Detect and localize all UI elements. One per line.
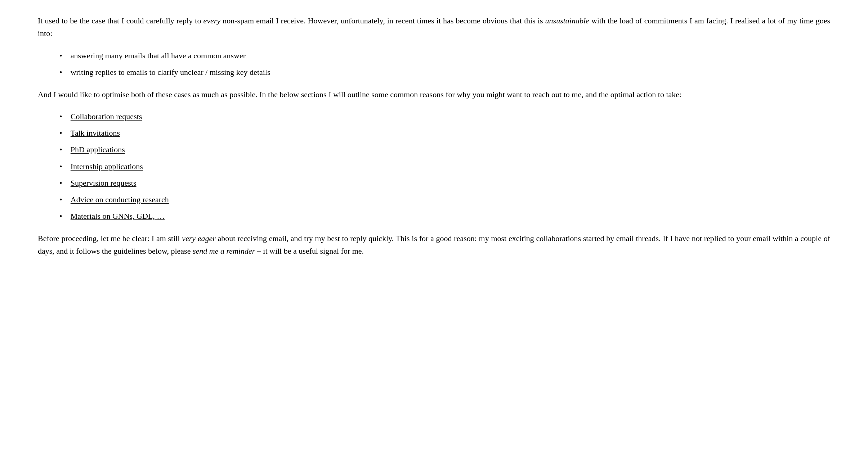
list-item: PhD applications bbox=[59, 143, 830, 156]
every-italic: every bbox=[203, 16, 221, 25]
materials-gnns-link[interactable]: Materials on GNNs, GDL, … bbox=[71, 212, 165, 221]
unsustainable-italic: unsustainable bbox=[545, 16, 589, 25]
internship-applications-link[interactable]: Internship applications bbox=[71, 162, 143, 171]
talk-invitations-link[interactable]: Talk invitations bbox=[71, 128, 120, 137]
supervision-requests-link[interactable]: Supervision requests bbox=[71, 178, 137, 187]
list-item: answering many emails that all have a co… bbox=[59, 49, 830, 62]
phd-applications-link[interactable]: PhD applications bbox=[71, 145, 125, 154]
main-content: It used to be the case that I could care… bbox=[38, 14, 830, 257]
collaboration-requests-link[interactable]: Collaboration requests bbox=[71, 112, 142, 121]
optimise-paragraph: And I would like to optimise both of the… bbox=[38, 88, 830, 101]
intro-text-before-every: It used to be the case that I could care… bbox=[38, 16, 203, 25]
list-item: Advice on conducting research bbox=[59, 193, 830, 206]
closing-after-send-me: – it will be a useful signal for me. bbox=[255, 246, 364, 255]
list-item: Materials on GNNs, GDL, … bbox=[59, 210, 830, 222]
send-me-reminder-italic: send me a reminder bbox=[193, 246, 255, 255]
closing-before-very-eager: Before proceeding, let me be clear: I am… bbox=[38, 234, 182, 243]
list-item: Internship applications bbox=[59, 160, 830, 173]
links-list: Collaboration requests Talk invitations … bbox=[59, 110, 830, 222]
advice-research-link[interactable]: Advice on conducting research bbox=[71, 195, 169, 204]
list-item: Collaboration requests bbox=[59, 110, 830, 123]
list-item: writing replies to emails to clarify unc… bbox=[59, 66, 830, 78]
list-item: Supervision requests bbox=[59, 177, 830, 189]
very-eager-italic: very eager bbox=[182, 234, 216, 243]
list-item-text: answering many emails that all have a co… bbox=[71, 51, 246, 60]
closing-paragraph: Before proceeding, let me be clear: I am… bbox=[38, 232, 830, 257]
intro-paragraph: It used to be the case that I could care… bbox=[38, 14, 830, 40]
reasons-list: answering many emails that all have a co… bbox=[59, 49, 830, 78]
intro-text-after-every: non-spam email I receive. However, unfor… bbox=[220, 16, 545, 25]
list-item: Talk invitations bbox=[59, 127, 830, 139]
list-item-text: writing replies to emails to clarify unc… bbox=[71, 68, 270, 77]
